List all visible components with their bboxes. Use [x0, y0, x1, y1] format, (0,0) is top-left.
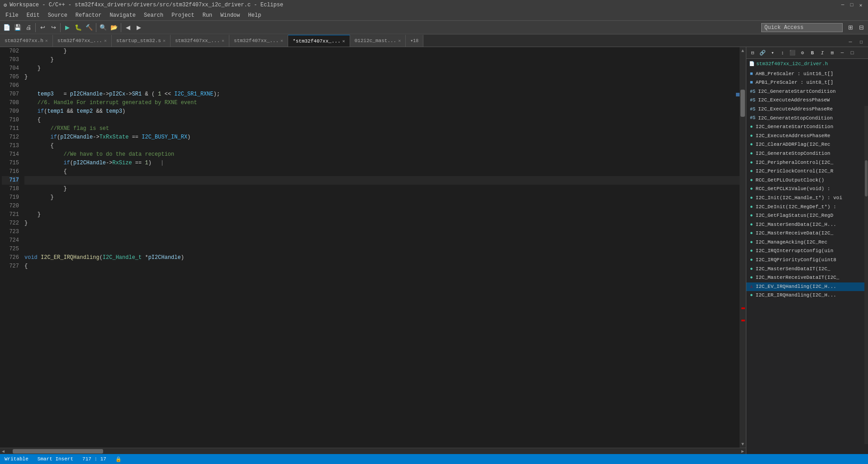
minimize-editor-button[interactable]: ─ [845, 37, 855, 47]
tab-4-label: stm32f407xx_... [234, 38, 279, 43]
tab-overflow[interactable]: ▾18 [406, 35, 423, 47]
tab-4-close[interactable]: ✕ [280, 38, 283, 43]
collapse-all-button[interactable]: ⊟ [748, 48, 757, 57]
tab-1-close[interactable]: ✕ [104, 38, 107, 43]
menu-help[interactable]: Help [245, 11, 265, 19]
menu-edit[interactable]: Edit [23, 11, 43, 19]
outline-item-gfs[interactable]: ● I2C_GetFlagStatus(I2C_RegD [746, 211, 868, 220]
minimize-button[interactable]: ─ [839, 1, 846, 9]
tab-6-close[interactable]: ✕ [398, 38, 401, 43]
panel-I[interactable]: I [818, 48, 827, 57]
close-button[interactable]: ✕ [857, 1, 864, 9]
outline-item-eapr2[interactable]: ● I2C_ExecuteAddressPhaseRe [746, 132, 868, 141]
panel-expand[interactable]: ⊞ [828, 48, 837, 57]
outline-item-msd[interactable]: ● I2C_MasterSendData(I2C_H... [746, 220, 868, 230]
outline-item-irqpc[interactable]: ● I2C_IRQPriorityConfig(uint8 [746, 256, 868, 265]
code-area[interactable]: } } } } temp3 = [23, 47, 740, 448]
tab-4[interactable]: stm32f407xx_... ✕ [229, 35, 288, 47]
run-button[interactable]: ▶ [62, 23, 72, 33]
tab-2-label: startup_stm32.s [116, 38, 161, 43]
tab-3-close[interactable]: ✕ [222, 38, 224, 43]
menu-run[interactable]: Run [199, 11, 216, 19]
outline-item-ev-irq[interactable]: ⚠ I2C_EV_IRQHandling(I2C_H... [746, 282, 868, 292]
menu-navigate[interactable]: Navigate [106, 11, 139, 19]
outline-item-gpll[interactable]: ● RCC_GetPLLOutputClock() [746, 176, 868, 185]
outline-item-mrd[interactable]: ● I2C_MasterReceiveData(I2C_ [746, 229, 868, 238]
outline-item-eapr-label: I2C_ExecuteAddressPhaseRe [758, 105, 833, 114]
outline-item-init[interactable]: ● I2C_Init(I2C_Handle_t*) : voi [746, 194, 868, 203]
outline-item-ahb[interactable]: ■ AHB_PreScaler : uint16_t[] [746, 70, 868, 79]
tab-2[interactable]: startup_stm32.s ✕ [112, 35, 171, 47]
maximize-button[interactable]: □ [848, 1, 855, 9]
outline-header-item[interactable]: 📄 stm32f407xx_i2c_driver.h [746, 59, 868, 70]
outline-item-pcc[interactable]: ● I2C_PeriClockControl(I2C_R [746, 167, 868, 176]
outline-item-er-irq[interactable]: ● I2C_ER_IRQHandling(I2C_H... [746, 291, 868, 300]
outline-item-eapr[interactable]: #S I2C_ExecuteAddressPhaseRe [746, 105, 868, 114]
menu-search[interactable]: Search [140, 11, 167, 19]
settings-button[interactable]: ⚙ [798, 48, 807, 57]
outline-item-irqic[interactable]: ● I2C_IRQInterruptConfig(uin [746, 247, 868, 256]
panel-maximize[interactable]: □ [848, 48, 857, 57]
scroll-right-button[interactable]: ▶ [740, 448, 746, 454]
outline-item-gsc2[interactable]: ● I2C_GenerateStartCondition [746, 123, 868, 132]
right-panel-scroll-thumb[interactable] [865, 160, 868, 196]
menu-project[interactable]: Project [168, 11, 198, 19]
redo-button[interactable]: ↪ [48, 23, 58, 33]
outline-item-deinit[interactable]: ● I2C_DeInit(I2C_RegDef_t*) : [746, 203, 868, 212]
outline-item-eapw[interactable]: #S I2C_ExecuteAddressPhaseW [746, 96, 868, 105]
menu-file[interactable]: File [2, 11, 22, 19]
outline-item-gpclk1[interactable]: ● RCC_GetPCLK1Value(void) : [746, 185, 868, 194]
tab-2-close[interactable]: ✕ [163, 38, 166, 43]
maximize-editor-button[interactable]: □ [856, 37, 866, 47]
panel-minimize[interactable]: ─ [838, 48, 847, 57]
outline-item-gstc2[interactable]: ● I2C_GenerateStopCondition [746, 149, 868, 158]
tab-5[interactable]: *stm32f407xx_... ✕ [288, 35, 350, 47]
tab-3[interactable]: stm32f407xx_... ✕ [171, 35, 229, 47]
sort-button[interactable]: ↕ [778, 48, 787, 57]
perspectives-button[interactable]: ⊞ [845, 23, 855, 33]
search-button[interactable]: 🔍 [98, 23, 108, 33]
open-type-button[interactable]: 📂 [109, 23, 119, 33]
scroll-down-button[interactable]: ▼ [740, 441, 745, 447]
outline-item-pc[interactable]: ● I2C_PeripheralControl(I2C_ [746, 158, 868, 167]
outline-item-gstc1[interactable]: #S I2C_GenerateStopCondition [746, 114, 868, 123]
save-button[interactable]: 💾 [13, 23, 23, 33]
outline-item-clearaddr[interactable]: ● I2C_ClearADDRFlag(I2C_Rec [746, 140, 868, 149]
vertical-scrollbar[interactable]: ▲ ▼ [740, 47, 746, 448]
window-controls[interactable]: ─ □ ✕ [839, 1, 864, 9]
outline-item-ma[interactable]: ● I2C_ManageAcking(I2C_Rec [746, 238, 868, 247]
tab-5-close[interactable]: ✕ [342, 38, 345, 44]
outline-item-gsc1[interactable]: #S I2C_GenerateStartCondition [746, 87, 868, 96]
views-button[interactable]: ⊟ [856, 23, 866, 33]
undo-button[interactable]: ↩ [38, 23, 47, 33]
tab-0-close[interactable]: ✕ [45, 38, 48, 43]
tab-1[interactable]: stm32f407xx_... ✕ [53, 35, 112, 47]
outline-item-apb1[interactable]: ■ APB1_PreScaler : uint8_t[] [746, 78, 868, 87]
scroll-thumb[interactable] [740, 90, 745, 117]
outline-item-mrdit[interactable]: ● I2C_MasterReceiveDataIT(I2C_ [746, 273, 868, 282]
print-button[interactable]: 🖨 [24, 23, 33, 33]
scroll-thumb-horiz[interactable] [13, 449, 103, 454]
scroll-track[interactable] [13, 449, 733, 454]
build-button[interactable]: 🔨 [84, 23, 94, 33]
horizontal-scrollbar[interactable]: ◀ ▶ [0, 448, 746, 454]
tab-6[interactable]: 012i2c_mast... ✕ [350, 35, 406, 47]
scroll-left-button[interactable]: ◀ [0, 448, 6, 454]
right-panel-scrollbar[interactable] [864, 106, 868, 444]
menu-source[interactable]: Source [44, 11, 71, 19]
outline-item-msdit[interactable]: ● I2C_MasterSendDataIT(I2C_ [746, 265, 868, 274]
filter-button[interactable]: ⬛ [788, 48, 797, 57]
quick-access-box[interactable]: Quick Access [761, 23, 843, 32]
tab-0[interactable]: stm32f407xx.h ✕ [0, 35, 53, 47]
menu-refactor[interactable]: Refactor [72, 11, 105, 19]
prev-button[interactable]: ◀ [123, 23, 133, 33]
view-menu-button[interactable]: ▾ [768, 48, 777, 57]
next-button[interactable]: ▶ [134, 23, 144, 33]
debug-button[interactable]: 🐛 [73, 23, 83, 33]
panel-B[interactable]: B [808, 48, 817, 57]
menu-window[interactable]: Window [217, 11, 243, 19]
scroll-up-button[interactable]: ▲ [740, 48, 745, 53]
status-writable: Writable [5, 456, 28, 462]
link-with-editor-button[interactable]: 🔗 [758, 48, 767, 57]
new-button[interactable]: 📄 [2, 23, 12, 33]
